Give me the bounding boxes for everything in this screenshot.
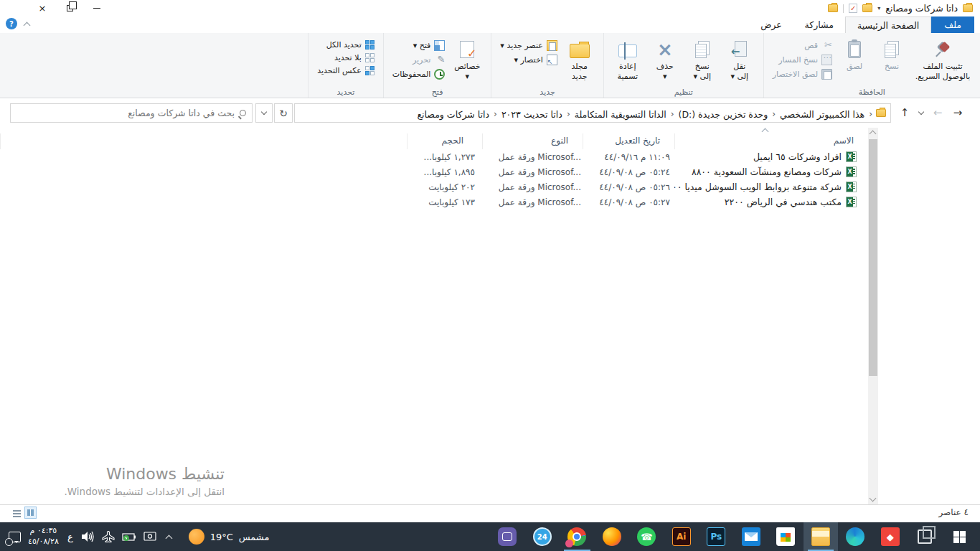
battery-icon[interactable] [122, 522, 136, 551]
tab-view[interactable]: عرض [749, 17, 793, 33]
paste-shortcut-button[interactable]: لصق الاختصار [773, 69, 832, 80]
forward-button[interactable]: ← [928, 103, 947, 122]
file-row[interactable]: شركات ومصانع ومنشآت السعودية ٨٨٠٠ ٠٥:٢٤ … [0, 164, 868, 179]
breadcrumb-segment[interactable]: الداتا التسويقية المتكاملة [573, 109, 669, 120]
action-center-button[interactable] [9, 522, 21, 551]
app-icon [567, 527, 586, 546]
column-header-type[interactable]: النوع [482, 133, 583, 149]
taskbar-app-button[interactable] [629, 522, 664, 551]
properties-icon[interactable] [849, 4, 857, 13]
taskbar-app-button[interactable] [908, 522, 943, 551]
select-none-icon [365, 53, 374, 62]
thumbnails-view-button[interactable] [24, 507, 37, 519]
select-none-button[interactable]: بلا تحديد [317, 53, 374, 62]
restore-button[interactable] [56, 0, 83, 17]
refresh-button[interactable]: ↻ [274, 103, 293, 123]
history-button[interactable]: المحفوظات [392, 69, 446, 80]
scroll-down-icon[interactable] [870, 495, 877, 502]
copy-path-button[interactable]: نسخ المسار [773, 55, 832, 65]
search-box[interactable]: بحث في داتا شركات ومصانع [10, 103, 253, 123]
tab-file[interactable]: ملف [931, 17, 974, 33]
breadcrumb-chevron-icon[interactable]: ‹ [491, 109, 499, 119]
column-header-name[interactable]: الاسم [674, 133, 868, 149]
taskbar-app-button[interactable] [734, 522, 769, 551]
back-button[interactable]: → [948, 103, 967, 122]
ribbon: تثبيت الملف بالوصول السريع. نسخ لصق قص ن… [0, 33, 980, 98]
open-button[interactable]: فتح ▾ [392, 40, 446, 51]
file-size: ...١,٢٧٣ كيلوبا [407, 152, 482, 162]
breadcrumb-segment[interactable]: داتا تحديث ٢٠٢٣ [499, 109, 565, 120]
quick-access-folder-icon[interactable] [828, 4, 838, 12]
rename-button[interactable]: إعادة تسمية [610, 35, 646, 83]
window-title: داتا شركات ومصانع [885, 3, 958, 14]
column-header-date[interactable]: تاريخ التعديل [583, 133, 674, 149]
new-item-button[interactable]: عنصر جديد ▾ [500, 40, 557, 51]
shortcut-button[interactable]: اختصار ▾ [500, 55, 557, 65]
tab-home[interactable]: الصفحة الرئيسية [845, 17, 931, 33]
pin-to-quick-access-button[interactable]: تثبيت الملف بالوصول السريع. [911, 35, 974, 83]
scrollbar-thumb[interactable] [869, 139, 877, 376]
taskbar-app-button[interactable] [873, 522, 908, 551]
new-folder-button[interactable]: مجلد جديد [562, 35, 598, 83]
taskbar-app-button[interactable]: 24 [525, 522, 560, 551]
taskbar-app-button[interactable] [490, 522, 525, 551]
new-folder-qat-icon[interactable] [862, 4, 872, 12]
taskbar-app-button[interactable] [595, 522, 630, 551]
qat-customize-icon[interactable]: ▾ [877, 5, 880, 11]
properties-button[interactable]: خصائص ▾ [449, 35, 485, 83]
copy-to-button[interactable]: نسخ إلى ▾ [684, 35, 720, 83]
notification-icon [9, 532, 21, 542]
breadcrumb-chevron-icon[interactable]: ‹ [669, 109, 677, 119]
properties-check-icon [460, 41, 474, 58]
taskbar-clock[interactable]: ٠٤:٣٥ م ٤٥/٠٨/٢٨ [28, 522, 59, 551]
column-header-size[interactable]: الحجم [407, 133, 482, 149]
help-icon[interactable]: ? [6, 18, 17, 29]
taskbar-app-button[interactable]: Ai [664, 522, 699, 551]
taskbar-app-button[interactable] [804, 522, 839, 551]
hidden-icons-chevron[interactable] [164, 522, 174, 551]
taskbar-app-button[interactable] [768, 522, 804, 551]
ribbon-group-organize: نقل إلى ▾ نسخ إلى ▾ × حذف ▾ إعادة تسمية … [603, 33, 763, 98]
up-button[interactable]: ↑ [895, 103, 914, 122]
paste-button[interactable]: لصق [837, 35, 872, 72]
taskbar-app-button[interactable] [560, 522, 595, 551]
breadcrumb-segment[interactable]: هذا الكمبيوتر الشخصي [778, 109, 867, 120]
file-row[interactable]: افراد وشركات ٦٥ ايميل ١١:٠٩ م ٤٤/٠٩/١٦ و… [0, 149, 868, 164]
address-dropdown-button[interactable] [255, 103, 273, 123]
address-bar[interactable]: ‹ هذا الكمبيوتر الشخصي ‹ وحدة تخزين جديد… [294, 103, 891, 123]
edit-button[interactable]: تحرير [392, 55, 446, 65]
file-size: ١٧٣ كيلوبايت [407, 197, 482, 207]
collapse-ribbon-icon[interactable] [24, 22, 31, 29]
volume-icon[interactable] [82, 522, 95, 551]
breadcrumb-chevron-icon[interactable]: ‹ [867, 109, 875, 119]
airplane-mode-icon[interactable] [102, 522, 115, 551]
taskbar-app-button[interactable] [838, 522, 873, 551]
file-row[interactable]: شركة متنوعة بروابط الويب السوشل ميديا ٢٠… [0, 179, 868, 194]
move-to-button[interactable]: نقل إلى ▾ [722, 35, 758, 83]
sidebar-scrollbar[interactable] [868, 128, 878, 504]
breadcrumb-chevron-icon[interactable]: ‹ [565, 109, 573, 119]
weather-widget[interactable]: 19°C مشمس [182, 529, 277, 545]
activation-watermark: تنشيط Windows انتقل إلى الإعدادات لتنشيط… [18, 465, 225, 497]
copy-button[interactable]: نسخ [874, 35, 910, 72]
delete-button[interactable]: × حذف ▾ [647, 35, 683, 83]
minimize-button[interactable] [83, 0, 110, 17]
cut-button[interactable]: قص [773, 40, 832, 51]
breadcrumb-chevron-icon[interactable]: ‹ [770, 109, 778, 119]
language-indicator[interactable]: ع [66, 522, 75, 551]
taskbar-app-button[interactable] [943, 522, 978, 551]
breadcrumb: ‹ هذا الكمبيوتر الشخصي ‹ وحدة تخزين جديد… [415, 106, 875, 120]
file-row[interactable]: مكتب هندسي في الرياض ٢٢٠٠ ٠٥:٢٧ ص ٤٤/٠٩/… [0, 194, 868, 209]
tab-share[interactable]: مشاركة [793, 17, 845, 33]
cast-screen-icon[interactable] [143, 522, 156, 551]
invert-selection-button[interactable]: عكس التحديد [317, 66, 374, 75]
taskbar-app-button[interactable]: Ps [699, 522, 734, 551]
close-button[interactable]: × [29, 0, 56, 17]
breadcrumb-segment[interactable]: داتا شركات ومصانع [415, 109, 491, 120]
select-all-button[interactable]: تحديد الكل [317, 40, 374, 50]
scroll-up-icon[interactable] [870, 131, 877, 138]
group-label-new: جديد [491, 88, 603, 97]
breadcrumb-segment[interactable]: وحدة تخزين جديدة (:D) [677, 109, 771, 120]
details-view-button[interactable] [10, 507, 22, 519]
recent-locations-icon[interactable] [915, 103, 927, 122]
